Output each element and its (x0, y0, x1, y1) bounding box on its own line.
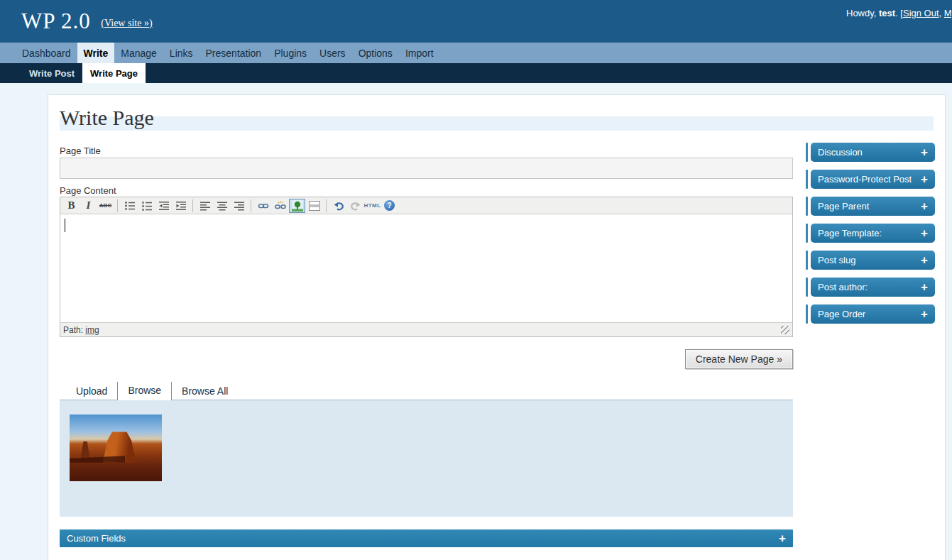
nav-import[interactable]: Import (399, 43, 440, 63)
indent-button[interactable] (173, 199, 189, 213)
howdy-mid: . [ (895, 8, 903, 18)
nav-manage[interactable]: Manage (114, 43, 163, 63)
tab-upload[interactable]: Upload (66, 383, 117, 400)
panel-label: Post slug (818, 255, 855, 265)
panel-label: Page Parent (818, 201, 869, 212)
wordpress-admin-screen: WP 2.0 (View site ») Howdy, test. [Sign … (0, 0, 952, 560)
sidebar-item: Page Order + (806, 304, 935, 324)
sidebar-item: Post slug + (806, 251, 935, 270)
html-source-button[interactable]: HTML (364, 199, 381, 213)
howdy-text: Howdy, test. [Sign Out, My (846, 8, 952, 18)
my-profile-link[interactable]: My (944, 8, 952, 18)
path-breadcrumb: Path: img (63, 325, 99, 335)
help-icon: ? (384, 200, 395, 211)
wp-logo: WP 2.0 (21, 9, 91, 33)
howdy-sep: , (939, 8, 944, 18)
unlink-button[interactable] (272, 199, 288, 213)
sub-nav: Write Post Write Page (0, 63, 952, 83)
panel-page-order[interactable]: Page Order + (811, 304, 935, 324)
panel-accent-bar (806, 278, 808, 297)
panel-label: Password-Protect Post (818, 174, 912, 185)
panel-label: Page Template: (818, 228, 882, 238)
link-button[interactable] (255, 199, 271, 213)
toolbar-separator (192, 199, 193, 212)
sidebar-item: Post author: + (806, 278, 935, 297)
help-button[interactable]: ? (381, 199, 398, 213)
text-cursor (65, 219, 65, 232)
username: test (879, 8, 895, 18)
sidebar-item: Discussion + (806, 143, 935, 162)
editor-toolbar: B I ABC (60, 197, 792, 214)
panel-post-author[interactable]: Post author: + (811, 278, 935, 297)
more-tag-button[interactable] (306, 199, 322, 213)
image-button[interactable] (289, 199, 305, 213)
custom-fields-header[interactable]: Custom Fields + (60, 529, 793, 547)
main-column: Page Title Page Content B I ABC (60, 146, 793, 547)
panel-discussion[interactable]: Discussion + (811, 143, 935, 162)
align-right-button[interactable] (231, 199, 247, 213)
ordered-list-button[interactable] (138, 199, 155, 213)
panel-accent-bar (806, 170, 808, 189)
tab-browse-all[interactable]: Browse All (172, 383, 238, 400)
expand-plus-icon[interactable]: + (921, 146, 928, 158)
nav-plugins[interactable]: Plugins (268, 43, 313, 63)
align-center-button[interactable] (214, 199, 230, 213)
create-new-page-button[interactable]: Create New Page » (685, 349, 793, 369)
panel-label: Page Order (818, 309, 865, 319)
expand-plus-icon[interactable]: + (921, 227, 928, 239)
panel-password-protect-post[interactable]: Password-Protect Post + (811, 170, 935, 189)
editor-statusbar: Path: img (60, 322, 792, 336)
editor-content[interactable] (60, 214, 792, 322)
italic-button[interactable]: I (80, 199, 97, 213)
thumb-shadow (70, 456, 125, 462)
panel-label: Discussion (818, 147, 863, 158)
nav-presentation[interactable]: Presentation (199, 43, 268, 63)
nav-dashboard[interactable]: Dashboard (16, 43, 77, 63)
resize-grip-icon[interactable] (781, 326, 789, 334)
bold-button[interactable]: B (63, 199, 80, 213)
redo-button[interactable] (347, 199, 363, 213)
expand-plus-icon[interactable]: + (921, 173, 928, 185)
undo-button[interactable] (330, 199, 346, 213)
outdent-button[interactable] (155, 199, 172, 213)
strikethrough-button[interactable]: ABC (97, 199, 114, 213)
nav-links[interactable]: Links (163, 43, 199, 63)
panel-label: Post author: (818, 282, 868, 292)
view-site-link[interactable]: (View site ») (101, 18, 152, 28)
sidebar: Discussion + Password-Protect Post + Pag… (806, 143, 935, 331)
expand-plus-icon[interactable]: + (921, 254, 928, 266)
logo-row: WP 2.0 (View site ») (0, 0, 952, 34)
admin-header: WP 2.0 (View site ») Howdy, test. [Sign … (0, 0, 952, 43)
panel-page-parent[interactable]: Page Parent + (811, 197, 935, 216)
subnav-write-post[interactable]: Write Post (21, 63, 82, 83)
tab-browse[interactable]: Browse (117, 382, 172, 400)
panel-accent-bar (806, 251, 808, 270)
sidebar-item: Page Template: + (806, 224, 935, 243)
expand-plus-icon[interactable]: + (921, 200, 928, 212)
unordered-list-button[interactable] (121, 199, 138, 213)
nav-users[interactable]: Users (313, 43, 352, 63)
path-label: Path: (63, 325, 85, 335)
media-tabs: Upload Browse Browse All (60, 382, 793, 400)
sidebar-item: Password-Protect Post + (806, 170, 935, 189)
page-title: Write Page (60, 105, 934, 131)
panel-accent-bar (806, 143, 808, 162)
expand-plus-icon[interactable]: + (921, 281, 928, 293)
main-nav: Dashboard Write Manage Links Presentatio… (0, 43, 952, 63)
nav-options[interactable]: Options (352, 43, 399, 63)
howdy-prefix: Howdy, (846, 8, 879, 18)
panel-page-template[interactable]: Page Template: + (811, 224, 935, 243)
expand-plus-icon[interactable]: + (779, 532, 786, 544)
sign-out-link[interactable]: Sign Out (903, 8, 939, 18)
toolbar-separator (326, 199, 327, 212)
panel-post-slug[interactable]: Post slug + (811, 251, 935, 270)
page-title-input[interactable] (60, 158, 793, 179)
align-left-button[interactable] (197, 199, 213, 213)
sidebar-item: Page Parent + (806, 197, 935, 216)
thumbnail-desert-photo[interactable] (70, 414, 162, 481)
subnav-write-page[interactable]: Write Page (82, 63, 146, 83)
path-img-node[interactable]: img (85, 325, 99, 335)
expand-plus-icon[interactable]: + (921, 308, 928, 320)
nav-write[interactable]: Write (77, 43, 115, 63)
media-browser-panel (60, 400, 793, 517)
